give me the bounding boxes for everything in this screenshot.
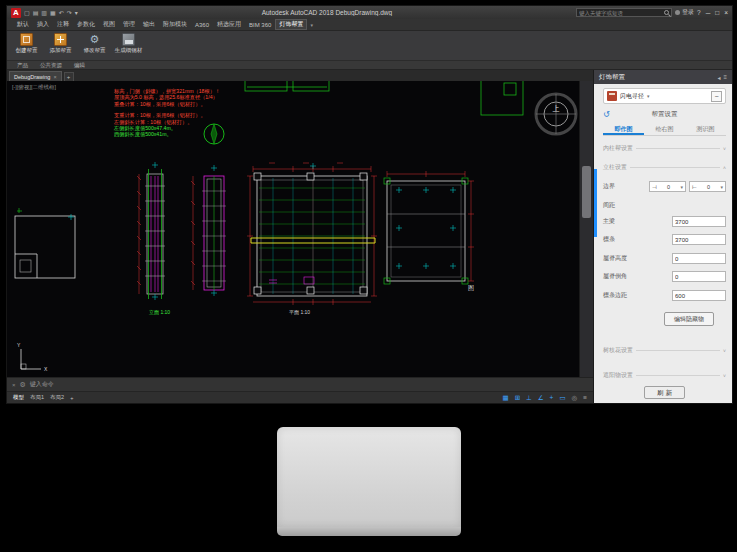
divider [630,167,720,168]
signin-button[interactable]: 登录 [675,8,694,17]
palette-menu-icon[interactable]: ≡ [723,74,727,80]
lineweight-icon[interactable]: ▭ [559,394,565,402]
print-icon[interactable]: ▦ [50,9,56,16]
ribbon-tab[interactable]: 精选应用 [213,19,245,30]
auto-hide-icon[interactable]: ◂ [717,74,720,81]
edit-hidden-button[interactable]: 编辑隐藏物 [664,312,714,326]
ribbon-tab[interactable]: 注释 [53,19,73,30]
cad-plan-main [247,163,377,305]
cad-annotation-block: 标高，门侧（斜镶），拼宽321mm（18根）！ 屋顶高为5.0 标高，选用25.… [114,88,220,138]
file-tab-active[interactable]: DebugDrawing × [9,71,62,81]
palette-tabs: 即作图 绘右图 测识图 [603,123,726,136]
viewcube-compass[interactable]: 上 [536,94,576,134]
panel-name: 编辑 [74,62,85,69]
command-close-icon[interactable]: × [12,382,16,388]
settings-title: 帮置设置 [617,110,712,119]
purlin-input[interactable] [672,234,726,245]
command-line[interactable]: × ⚙ 键入命令 [7,377,593,391]
undo-icon[interactable]: ↶ [59,9,64,16]
object-snap-icon[interactable]: + [550,394,554,401]
command-customize-icon[interactable]: ⚙ [20,381,26,389]
redo-icon[interactable]: ↷ [67,9,72,16]
palette-header[interactable]: 灯饰帮置 ◂ ≡ [594,70,732,84]
close-tab-icon[interactable]: × [53,74,56,80]
avatar-icon [675,10,680,15]
ribbon-tab[interactable]: BIM 360 [245,19,275,30]
ribbon-tab[interactable]: A360 [191,19,213,30]
generate-steel-icon [122,33,135,46]
maximize-button[interactable]: □ [715,9,719,16]
window-controls: ─ □ × [706,9,728,16]
close-button[interactable]: × [724,9,728,16]
help-search[interactable] [576,8,672,17]
palette-body: 闪电寻径 ▾ − ↺ 帮置设置 即作图 绘右图 测识图 内柱帮设置 [594,84,732,403]
layout-tab-layout1[interactable]: 布局1 [30,394,44,401]
ribbon-tab[interactable]: 插入 [33,19,53,30]
create-canopy-icon [20,33,33,46]
search-icon[interactable] [664,10,669,15]
field-purlin: 檩条 [603,233,726,246]
ridge-chamfer-input[interactable] [672,271,726,282]
layout-tab-model[interactable]: 模型 [13,394,24,401]
panel-name: 公共资源 [40,62,62,69]
quick-access-toolbar: ▢ ▤ ▥ ▦ ↶ ↷ ▾ [24,9,78,16]
ribbon-tab[interactable]: 参数化 [73,19,99,30]
open-icon[interactable]: ▤ [33,9,39,16]
grid-icon[interactable]: ▦ [502,394,508,402]
chevron-down-icon[interactable]: ▾ [647,93,650,99]
ridge-height-input[interactable] [672,253,726,264]
tool-modify-canopy[interactable]: ⚙ 修改帮置 [81,33,108,58]
ribbon-tab[interactable]: 输出 [139,19,159,30]
purlin-margin-input[interactable] [672,290,726,301]
ribbon-tab-bar: 默认 插入 注释 参数化 视图 管理 输出 附加模块 A360 精选应用 BIM… [7,19,732,31]
boundary-right-select[interactable]: ⊢ 0 ▾ [689,181,726,192]
viewport-controls[interactable]: [-][俯视][二维线框] [12,84,56,91]
ribbon-tab[interactable]: 管理 [119,19,139,30]
palette-tab[interactable]: 测识图 [685,123,726,135]
snap-icon[interactable]: ⊞ [515,394,520,402]
tool-generate-steel[interactable]: 生成细钢材 [115,33,142,58]
main-beam-input[interactable] [672,216,726,227]
palette-tab[interactable]: 即作图 [603,123,644,135]
layout-tab-add[interactable]: + [70,395,73,401]
customize-icon[interactable]: ≡ [583,394,587,401]
tool-add-canopy[interactable]: 添加帮置 [47,33,74,58]
minimize-button[interactable]: ─ [706,9,711,16]
refresh-button[interactable]: 刷 新 [644,386,685,399]
ortho-icon[interactable]: ⊥ [526,394,532,402]
command-prompt[interactable]: 键入命令 [30,380,54,389]
style-selector[interactable]: 闪电寻径 ▾ − [603,88,726,104]
ribbon-tab-active[interactable]: 灯饰帮置 [275,19,307,30]
add-canopy-icon [54,33,67,46]
monitor-stand-base [277,527,461,536]
help-button[interactable]: ? [697,9,701,16]
layout-tab-layout2[interactable]: 布局2 [50,394,64,401]
ribbon-tab[interactable]: 附加模块 [159,19,191,30]
section-shade-settings[interactable]: 遮阳物设置 ˅ [603,371,726,380]
ribbon-tab[interactable]: 视图 [99,19,119,30]
cad-plan-right: 图 [384,171,474,292]
section-inner-column[interactable]: 内柱帮设置 ˅ [603,144,726,153]
workspace-icon[interactable]: ▢ [24,9,30,16]
palette-edge-bar [579,81,593,377]
qat-dropdown-icon[interactable]: ▾ [75,9,78,16]
cad-note: 重叠计算：10根，采用6根（铝材打）。 [114,101,220,107]
section-column-settings[interactable]: 立柱设置 ˄ [603,163,726,172]
back-icon[interactable]: ↺ [603,110,617,119]
search-input[interactable] [579,10,662,16]
palette-tab[interactable]: 绘右图 [644,123,685,135]
new-tab-button[interactable]: + [64,72,74,81]
drawing-viewport[interactable]: 上 [7,81,593,377]
gear-icon: ⚙ [88,33,101,46]
ribbon-tab[interactable]: 默认 [13,19,33,30]
boundary-left-select[interactable]: ⊣ 0 ▾ [649,181,686,192]
save-icon[interactable]: ▥ [41,9,47,16]
palette-grip[interactable] [582,166,591,218]
polar-icon[interactable]: ∠ [538,394,544,402]
collapse-button[interactable]: − [711,91,722,102]
tab-options-icon[interactable]: ▾ [307,19,316,30]
tool-create-canopy[interactable]: 创建帮置 [13,33,40,58]
isolate-icon[interactable]: ◎ [572,394,578,402]
section-branch-settings[interactable]: 树枝花设置 ˅ [603,346,726,355]
autocad-logo-icon[interactable]: A [11,8,21,18]
